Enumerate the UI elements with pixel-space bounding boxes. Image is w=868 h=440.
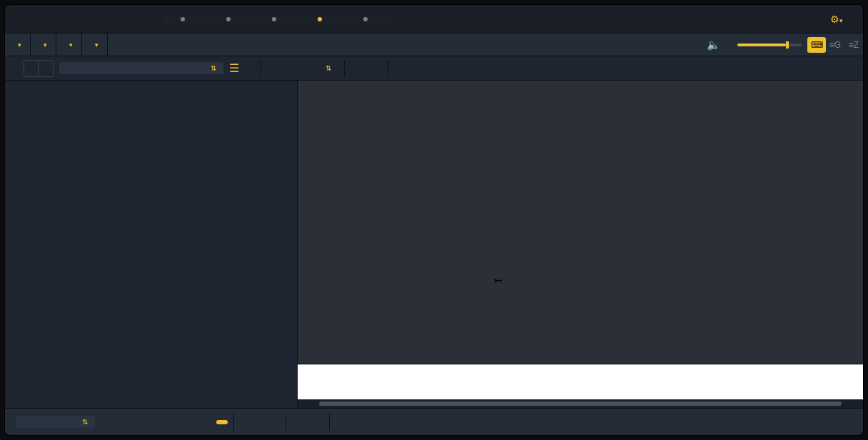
group-name-dropdown[interactable]: ⇅: [59, 62, 223, 74]
group-ms-toggle: [24, 60, 54, 77]
top-tabs: ⚙▾: [5, 5, 863, 34]
pitch-button[interactable]: [216, 420, 228, 424]
group-list: [5, 81, 298, 408]
zone-name-dropdown[interactable]: ⇅: [16, 416, 95, 428]
settings-gear-icon[interactable]: ⚙▾: [824, 14, 849, 25]
list-icon[interactable]: ☰: [229, 61, 239, 75]
view-zone-icon[interactable]: ≡Z: [844, 37, 863, 53]
group-solo[interactable]: [39, 61, 53, 76]
menu-group[interactable]: ▾: [31, 34, 56, 56]
menu-view[interactable]: ▾: [82, 34, 108, 56]
group-param-row: ⇅ ☰ ⇅: [5, 56, 863, 81]
view-group-icon[interactable]: ≡G: [826, 37, 844, 53]
keyboard[interactable]: [298, 364, 863, 399]
group-mute[interactable]: [24, 61, 39, 76]
tab-bar: [162, 16, 393, 23]
menu-zone[interactable]: ▾: [56, 34, 82, 56]
zoom-slider[interactable]: [737, 44, 802, 46]
zone-map: ⤚: [298, 81, 863, 408]
menu-bar: ▾ ▾ ▾ ▾ 🔈 ⌨ ≡G ≡Z: [5, 34, 863, 56]
view-keyboard-icon[interactable]: ⌨: [807, 37, 826, 53]
zone-grid[interactable]: ⤚: [298, 81, 863, 364]
param-output[interactable]: ⇅: [313, 64, 338, 72]
zoom-control: [726, 44, 807, 46]
menu-edit[interactable]: ▾: [5, 34, 31, 56]
speaker-icon[interactable]: 🔈: [701, 39, 726, 51]
tab-synth[interactable]: [163, 17, 209, 21]
tab-zone[interactable]: [346, 17, 392, 21]
zone-param-row: ⇅: [5, 408, 863, 435]
cursor-icon: ⤚: [494, 275, 503, 286]
tab-modulators[interactable]: [255, 17, 301, 21]
tab-mod-matrix[interactable]: [209, 17, 255, 21]
h-scrollbar[interactable]: [298, 399, 863, 408]
tab-mapping[interactable]: [301, 17, 346, 21]
